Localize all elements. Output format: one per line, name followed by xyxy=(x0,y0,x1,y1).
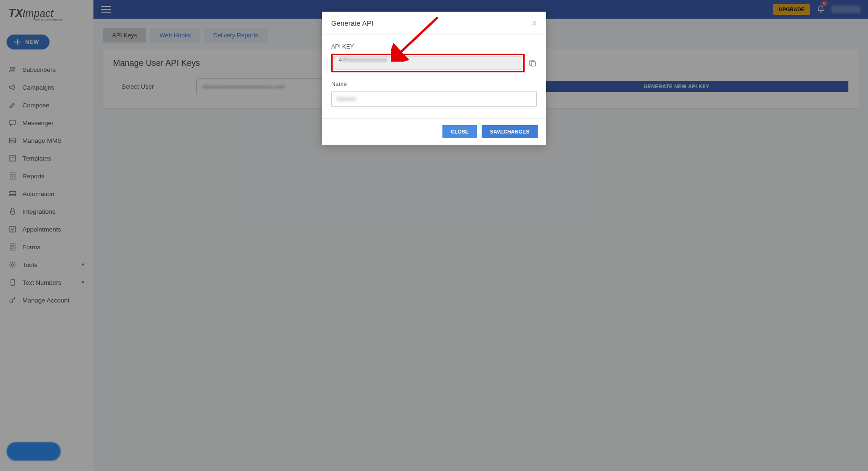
modal-close-button[interactable]: X xyxy=(532,19,537,27)
api-key-label: API KEY xyxy=(331,43,537,50)
svg-rect-17 xyxy=(531,62,535,66)
modal-title: Generate API xyxy=(331,19,373,27)
copy-icon[interactable] xyxy=(528,59,537,67)
save-changes-button[interactable]: SAVECHANGES xyxy=(482,125,538,138)
close-button[interactable]: CLOSE xyxy=(442,125,477,138)
modal-overlay[interactable]: Generate API X API KEY 44hxxxxxxxxxxxxxx… xyxy=(0,0,868,471)
generate-api-modal: Generate API X API KEY 44hxxxxxxxxxxxxxx… xyxy=(322,12,546,145)
name-label: Name xyxy=(331,81,537,87)
api-key-highlight: 44hxxxxxxxxxxxxxx xyxy=(331,54,525,72)
name-field[interactable]: xxxxxxx xyxy=(331,91,537,107)
api-key-field[interactable]: 44hxxxxxxxxxxxxxx xyxy=(334,56,522,70)
